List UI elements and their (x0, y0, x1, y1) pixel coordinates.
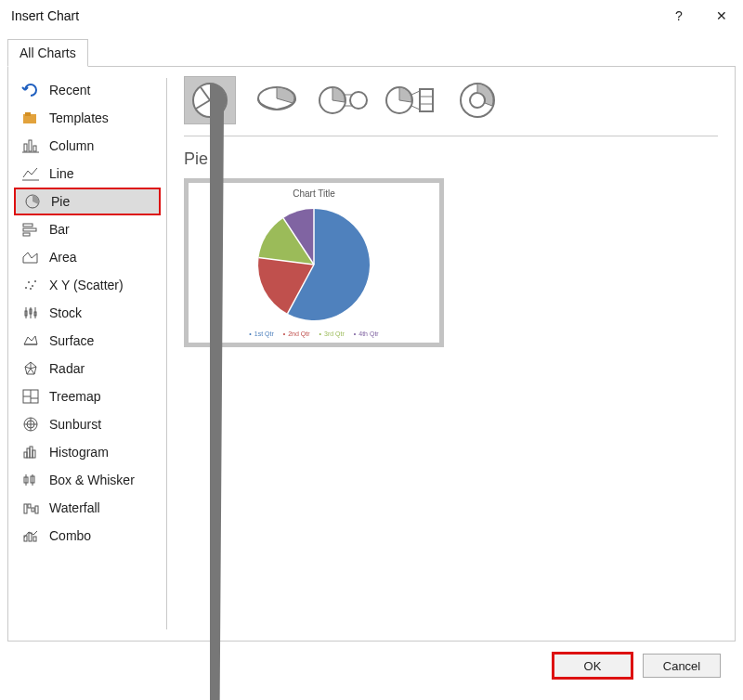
sidebar-item-label: Box & Whisker (49, 473, 135, 487)
sidebar-item-label: Bar (49, 222, 70, 237)
svg-rect-8 (23, 224, 33, 227)
stock-icon (21, 305, 40, 320)
svg-point-14 (34, 280, 36, 282)
sidebar-item-label: Radar (49, 361, 85, 376)
tab-strip: All Charts (0, 32, 743, 67)
sidebar-item-recent[interactable]: Recent (8, 76, 166, 104)
sidebar-item-histogram[interactable]: Histogram (8, 438, 166, 466)
sidebar-item-label: Surface (49, 333, 94, 348)
legend-item: 4th Qtr (354, 331, 379, 337)
svg-rect-50 (29, 533, 32, 541)
cancel-button[interactable]: Cancel (643, 654, 721, 678)
sidebar-item-label: Combo (49, 528, 91, 543)
svg-rect-47 (32, 508, 34, 512)
svg-rect-45 (24, 504, 27, 513)
sidebar-item-combo[interactable]: Combo (8, 522, 166, 550)
tab-body: Recent Templates Column Line Pie (7, 66, 736, 642)
sidebar-item-label: Recent (49, 83, 90, 97)
svg-point-67 (470, 93, 485, 108)
sidebar-item-scatter[interactable]: X Y (Scatter) (8, 271, 166, 299)
recent-icon (21, 82, 40, 98)
sidebar-item-waterfall[interactable]: Waterfall (8, 494, 166, 522)
sidebar-item-boxwhisker[interactable]: Box & Whisker (8, 466, 166, 494)
chart-subtype-name: Pie (184, 149, 718, 169)
chart-preview-title: Chart Title (293, 188, 335, 199)
subtype-3d-pie[interactable] (251, 76, 303, 124)
svg-rect-51 (33, 537, 36, 541)
treemap-icon (21, 389, 40, 404)
subtype-bar-of-pie[interactable] (385, 76, 437, 124)
svg-line-27 (27, 369, 31, 374)
chart-preview-pie (254, 204, 374, 325)
sidebar-item-label: Line (49, 166, 73, 181)
sidebar-item-bar[interactable]: Bar (8, 215, 166, 243)
sidebar-item-column[interactable]: Column (8, 132, 166, 160)
chart-subtype-row (184, 76, 718, 136)
help-button[interactable]: ? (658, 0, 700, 32)
chart-main-panel: Pie Chart Title 1st Qtr 2nd Qtr 3rd (167, 67, 735, 641)
subtype-pie-of-pie[interactable] (318, 76, 370, 124)
tab-all-charts[interactable]: All Charts (7, 39, 88, 67)
sidebar-item-area[interactable]: Area (8, 243, 166, 271)
svg-point-15 (30, 288, 32, 290)
waterfall-icon (21, 500, 40, 515)
combo-icon (21, 528, 40, 543)
svg-rect-48 (35, 506, 38, 513)
svg-point-11 (25, 287, 27, 289)
svg-rect-2 (24, 144, 27, 151)
close-button[interactable]: ✕ (700, 0, 743, 32)
svg-rect-9 (23, 228, 36, 231)
svg-rect-4 (33, 146, 36, 151)
sidebar-item-label: Histogram (49, 445, 109, 460)
sidebar-item-sunburst[interactable]: Sunburst (8, 410, 166, 438)
svg-line-26 (31, 369, 34, 374)
sidebar-item-line[interactable]: Line (8, 160, 166, 188)
svg-rect-1 (25, 112, 31, 116)
sidebar-item-label: Waterfall (49, 500, 100, 515)
boxwhisker-icon (21, 473, 40, 487)
bar-icon (21, 222, 40, 237)
sidebar-item-label: Templates (49, 110, 109, 125)
svg-point-12 (28, 281, 30, 283)
sidebar-item-templates[interactable]: Templates (8, 104, 166, 132)
subtype-doughnut[interactable] (451, 76, 503, 124)
area-icon (21, 250, 40, 265)
sidebar-item-treemap[interactable]: Treemap (8, 382, 166, 410)
svg-rect-61 (420, 89, 433, 111)
subtype-pie[interactable] (184, 76, 236, 124)
legend-item: 3rd Qtr (319, 331, 345, 337)
column-icon (21, 138, 40, 153)
ok-button[interactable]: OK (554, 654, 632, 678)
sidebar-item-label: Column (49, 138, 94, 153)
sidebar-item-label: Sunburst (49, 417, 101, 432)
legend-item: 1st Qtr (249, 331, 273, 337)
svg-line-64 (411, 91, 420, 95)
sidebar-item-pie[interactable]: Pie (14, 188, 161, 215)
chart-category-sidebar: Recent Templates Column Line Pie (8, 67, 166, 641)
surface-icon (21, 333, 40, 348)
templates-icon (21, 111, 40, 124)
sidebar-item-label: Treemap (49, 389, 101, 404)
sidebar-item-surface[interactable]: Surface (8, 327, 166, 355)
svg-rect-40 (33, 450, 35, 458)
legend-item: 2nd Qtr (283, 331, 310, 337)
svg-line-65 (411, 106, 420, 110)
svg-rect-10 (23, 233, 30, 236)
sidebar-item-label: Stock (49, 305, 82, 320)
sidebar-item-label: Area (49, 250, 77, 265)
svg-rect-3 (29, 140, 32, 151)
svg-rect-46 (28, 504, 31, 508)
scatter-icon (21, 278, 40, 292)
sidebar-item-radar[interactable]: Radar (8, 355, 166, 382)
sidebar-item-label: X Y (Scatter) (49, 278, 124, 292)
svg-point-13 (32, 285, 33, 287)
sunburst-icon (21, 416, 40, 433)
titlebar: Insert Chart ? ✕ (0, 0, 743, 32)
histogram-icon (21, 445, 40, 460)
sidebar-item-stock[interactable]: Stock (8, 299, 166, 327)
chart-preview-legend: 1st Qtr 2nd Qtr 3rd Qtr 4th Qtr (249, 331, 378, 337)
line-icon (21, 166, 40, 181)
sidebar-item-label: Pie (51, 194, 70, 209)
pie-icon (23, 193, 42, 210)
window-title: Insert Chart (11, 8, 79, 23)
